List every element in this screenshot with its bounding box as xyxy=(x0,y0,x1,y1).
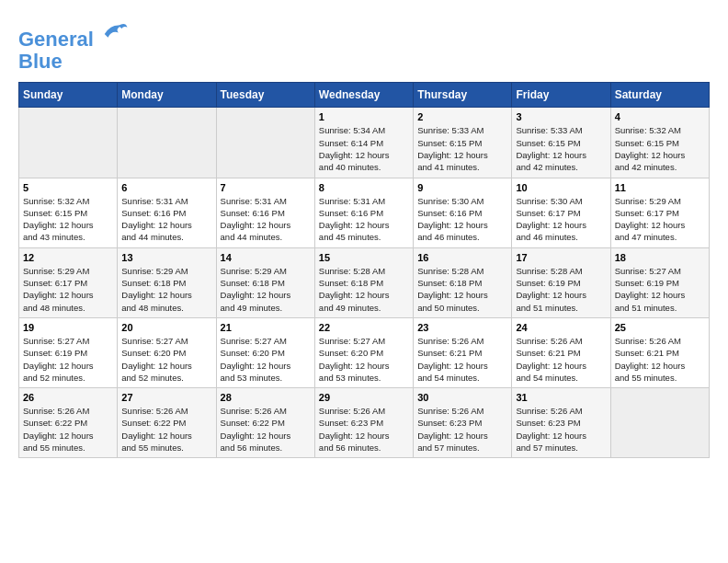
day-number: 22 xyxy=(319,322,409,333)
calendar-cell: 30Sunrise: 5:26 AMSunset: 6:23 PMDayligh… xyxy=(414,388,512,458)
day-info: Sunrise: 5:29 AMSunset: 6:18 PMDaylight:… xyxy=(221,265,311,314)
day-number: 15 xyxy=(319,252,409,263)
day-info: Sunrise: 5:29 AMSunset: 6:17 PMDaylight:… xyxy=(615,195,705,244)
day-number: 25 xyxy=(615,322,705,333)
day-info: Sunrise: 5:27 AMSunset: 6:20 PMDaylight:… xyxy=(319,335,409,384)
day-info: Sunrise: 5:32 AMSunset: 6:15 PMDaylight:… xyxy=(23,195,113,244)
calendar-cell: 16Sunrise: 5:28 AMSunset: 6:18 PMDayligh… xyxy=(414,247,512,317)
calendar-cell: 15Sunrise: 5:28 AMSunset: 6:18 PMDayligh… xyxy=(314,247,413,317)
day-info: Sunrise: 5:27 AMSunset: 6:19 PMDaylight:… xyxy=(23,335,113,384)
day-info: Sunrise: 5:29 AMSunset: 6:18 PMDaylight:… xyxy=(121,265,211,314)
calendar-week-row: 12Sunrise: 5:29 AMSunset: 6:17 PMDayligh… xyxy=(19,247,710,317)
day-info: Sunrise: 5:26 AMSunset: 6:22 PMDaylight:… xyxy=(121,405,211,454)
calendar-cell: 18Sunrise: 5:27 AMSunset: 6:19 PMDayligh… xyxy=(610,247,709,317)
calendar-cell: 24Sunrise: 5:26 AMSunset: 6:21 PMDayligh… xyxy=(512,317,610,387)
day-info: Sunrise: 5:27 AMSunset: 6:20 PMDaylight:… xyxy=(221,335,311,384)
day-number: 10 xyxy=(516,182,606,193)
calendar-cell: 26Sunrise: 5:26 AMSunset: 6:22 PMDayligh… xyxy=(19,388,118,458)
calendar-cell: 3Sunrise: 5:33 AMSunset: 6:15 PMDaylight… xyxy=(512,108,610,178)
calendar-cell: 13Sunrise: 5:29 AMSunset: 6:18 PMDayligh… xyxy=(118,247,216,317)
day-number: 7 xyxy=(221,182,311,193)
day-info: Sunrise: 5:26 AMSunset: 6:23 PMDaylight:… xyxy=(417,405,507,454)
calendar-cell: 9Sunrise: 5:30 AMSunset: 6:16 PMDaylight… xyxy=(414,178,512,247)
day-info: Sunrise: 5:31 AMSunset: 6:16 PMDaylight:… xyxy=(221,195,311,244)
header-monday: Monday xyxy=(118,83,216,108)
page-header: General Blue xyxy=(18,18,710,73)
day-number: 27 xyxy=(121,392,211,403)
calendar-cell: 4Sunrise: 5:32 AMSunset: 6:15 PMDaylight… xyxy=(610,108,709,178)
day-number: 2 xyxy=(417,111,507,122)
calendar-cell xyxy=(118,108,216,178)
header-wednesday: Wednesday xyxy=(314,83,413,108)
day-info: Sunrise: 5:26 AMSunset: 6:23 PMDaylight:… xyxy=(319,405,409,454)
calendar-cell: 28Sunrise: 5:26 AMSunset: 6:22 PMDayligh… xyxy=(216,388,314,458)
day-number: 13 xyxy=(121,252,211,263)
day-info: Sunrise: 5:28 AMSunset: 6:18 PMDaylight:… xyxy=(417,265,507,314)
logo-text: General Blue xyxy=(18,18,129,73)
day-info: Sunrise: 5:34 AMSunset: 6:14 PMDaylight:… xyxy=(319,124,409,173)
day-number: 30 xyxy=(417,392,507,403)
day-number: 6 xyxy=(121,182,211,193)
day-info: Sunrise: 5:30 AMSunset: 6:17 PMDaylight:… xyxy=(516,195,606,244)
calendar-cell: 7Sunrise: 5:31 AMSunset: 6:16 PMDaylight… xyxy=(216,178,314,247)
calendar-cell: 27Sunrise: 5:26 AMSunset: 6:22 PMDayligh… xyxy=(118,388,216,458)
day-number: 17 xyxy=(516,252,606,263)
calendar-cell: 10Sunrise: 5:30 AMSunset: 6:17 PMDayligh… xyxy=(512,178,610,247)
day-number: 20 xyxy=(121,322,211,333)
day-number: 14 xyxy=(221,252,311,263)
calendar-cell: 11Sunrise: 5:29 AMSunset: 6:17 PMDayligh… xyxy=(610,178,709,247)
header-thursday: Thursday xyxy=(414,83,512,108)
calendar-cell: 31Sunrise: 5:26 AMSunset: 6:23 PMDayligh… xyxy=(512,388,610,458)
calendar-week-row: 26Sunrise: 5:26 AMSunset: 6:22 PMDayligh… xyxy=(19,388,710,458)
header-friday: Friday xyxy=(512,83,610,108)
day-info: Sunrise: 5:27 AMSunset: 6:20 PMDaylight:… xyxy=(121,335,211,384)
calendar-cell xyxy=(216,108,314,178)
header-saturday: Saturday xyxy=(610,83,709,108)
calendar-week-row: 1Sunrise: 5:34 AMSunset: 6:14 PMDaylight… xyxy=(19,108,710,178)
day-info: Sunrise: 5:26 AMSunset: 6:22 PMDaylight:… xyxy=(221,405,311,454)
logo: General Blue xyxy=(18,18,129,73)
day-info: Sunrise: 5:28 AMSunset: 6:18 PMDaylight:… xyxy=(319,265,409,314)
day-info: Sunrise: 5:28 AMSunset: 6:19 PMDaylight:… xyxy=(516,265,606,314)
calendar-cell: 1Sunrise: 5:34 AMSunset: 6:14 PMDaylight… xyxy=(314,108,413,178)
day-number: 5 xyxy=(23,182,113,193)
day-info: Sunrise: 5:26 AMSunset: 6:22 PMDaylight:… xyxy=(23,405,113,454)
day-number: 29 xyxy=(319,392,409,403)
day-number: 12 xyxy=(23,252,113,263)
day-info: Sunrise: 5:29 AMSunset: 6:17 PMDaylight:… xyxy=(23,265,113,314)
calendar-cell xyxy=(19,108,118,178)
day-info: Sunrise: 5:32 AMSunset: 6:15 PMDaylight:… xyxy=(615,124,705,173)
calendar-cell: 6Sunrise: 5:31 AMSunset: 6:16 PMDaylight… xyxy=(118,178,216,247)
day-info: Sunrise: 5:27 AMSunset: 6:19 PMDaylight:… xyxy=(615,265,705,314)
day-info: Sunrise: 5:26 AMSunset: 6:23 PMDaylight:… xyxy=(516,405,606,454)
day-number: 31 xyxy=(516,392,606,403)
calendar-cell xyxy=(610,388,709,458)
logo-bird-icon xyxy=(101,18,129,46)
calendar-cell: 25Sunrise: 5:26 AMSunset: 6:21 PMDayligh… xyxy=(610,317,709,387)
day-info: Sunrise: 5:30 AMSunset: 6:16 PMDaylight:… xyxy=(417,195,507,244)
day-number: 26 xyxy=(23,392,113,403)
day-number: 18 xyxy=(615,252,705,263)
day-number: 4 xyxy=(615,111,705,122)
day-info: Sunrise: 5:33 AMSunset: 6:15 PMDaylight:… xyxy=(417,124,507,173)
day-info: Sunrise: 5:26 AMSunset: 6:21 PMDaylight:… xyxy=(615,335,705,384)
calendar-cell: 14Sunrise: 5:29 AMSunset: 6:18 PMDayligh… xyxy=(216,247,314,317)
calendar-cell: 22Sunrise: 5:27 AMSunset: 6:20 PMDayligh… xyxy=(314,317,413,387)
calendar-cell: 8Sunrise: 5:31 AMSunset: 6:16 PMDaylight… xyxy=(314,178,413,247)
calendar-week-row: 19Sunrise: 5:27 AMSunset: 6:19 PMDayligh… xyxy=(19,317,710,387)
day-number: 21 xyxy=(221,322,311,333)
day-number: 24 xyxy=(516,322,606,333)
calendar-cell: 19Sunrise: 5:27 AMSunset: 6:19 PMDayligh… xyxy=(19,317,118,387)
calendar-cell: 29Sunrise: 5:26 AMSunset: 6:23 PMDayligh… xyxy=(314,388,413,458)
day-info: Sunrise: 5:26 AMSunset: 6:21 PMDaylight:… xyxy=(417,335,507,384)
day-info: Sunrise: 5:33 AMSunset: 6:15 PMDaylight:… xyxy=(516,124,606,173)
calendar-cell: 12Sunrise: 5:29 AMSunset: 6:17 PMDayligh… xyxy=(19,247,118,317)
calendar-cell: 20Sunrise: 5:27 AMSunset: 6:20 PMDayligh… xyxy=(118,317,216,387)
day-info: Sunrise: 5:31 AMSunset: 6:16 PMDaylight:… xyxy=(319,195,409,244)
day-number: 19 xyxy=(23,322,113,333)
day-number: 8 xyxy=(319,182,409,193)
day-number: 23 xyxy=(417,322,507,333)
day-number: 9 xyxy=(417,182,507,193)
calendar-header-row: SundayMondayTuesdayWednesdayThursdayFrid… xyxy=(19,83,710,108)
calendar-cell: 2Sunrise: 5:33 AMSunset: 6:15 PMDaylight… xyxy=(414,108,512,178)
